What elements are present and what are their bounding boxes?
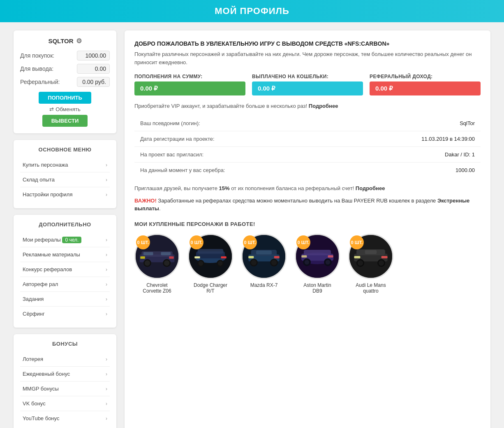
user-card: SQLTOR ⚙ Для покупок: 1000.00 Для вывода… — [14, 30, 116, 133]
svg-point-38 — [326, 260, 330, 264]
stats-row: ПОПОЛНЕНИЯ НА СУММУ: 0.00 ₽ ВЫПЛАЧЕНО НА… — [134, 74, 481, 95]
page-title: МОЙ ПРОФИЛЬ — [215, 6, 289, 16]
chevron-icon: › — [106, 356, 107, 362]
svg-rect-19 — [194, 256, 200, 258]
car-name-aston: Aston MartinDB9 — [303, 282, 331, 294]
withdraw-button[interactable]: ВЫВЕСТИ — [42, 115, 88, 127]
svg-rect-14 — [198, 249, 223, 254]
profile-row-date: Дата регистрации на проекте: 11.03.2019 … — [134, 131, 481, 147]
car-badge-corvette: 0 ШТ. — [136, 235, 150, 249]
svg-rect-29 — [274, 256, 280, 258]
menu-item-tasks[interactable]: Задания › — [20, 292, 110, 307]
car-name-mazda: Mazda RX-7 — [250, 282, 278, 288]
car-badge-audi: 0 ШТ. — [350, 235, 364, 249]
chevron-icon: › — [106, 177, 107, 183]
car-badge-aston: 0 ШТ. — [296, 235, 310, 249]
gear-icon[interactable]: ⚙ — [76, 37, 82, 45]
menu-item-vk[interactable]: VK бонус › — [20, 396, 110, 411]
stat-topup-label: ПОПОЛНЕНИЯ НА СУММУ: — [134, 74, 245, 79]
topup-button[interactable]: ПОПОЛНИТЬ — [39, 92, 91, 104]
balance-withdraw-label: Для вывода: — [20, 65, 53, 72]
profile-table: Ваш псевдоним (логин): SqlTor Дата регис… — [134, 116, 481, 178]
menu-item-referrals[interactable]: Мои рефералы 0 чел. › — [20, 233, 110, 247]
chevron-icon: › — [106, 162, 107, 168]
username-label: SQLTOR — [48, 37, 73, 44]
car-item-corvette[interactable]: 0 ШТ. ChevroletCorvette Z06 — [134, 234, 180, 294]
svg-rect-30 — [256, 250, 272, 254]
stat-topup: ПОПОЛНЕНИЯ НА СУММУ: 0.00 ₽ — [134, 74, 245, 95]
exchange-button[interactable]: ⇄ Обменять — [49, 106, 80, 112]
balance-withdraw-row: Для вывода: 0.00 — [20, 64, 110, 74]
menu-item-buy[interactable]: Купить персонажа › — [20, 158, 110, 172]
vip-link[interactable]: Подробнее — [309, 103, 338, 109]
page-header: МОЙ ПРОФИЛЬ — [0, 0, 504, 22]
svg-point-6 — [164, 260, 169, 265]
chevron-icon: › — [106, 296, 107, 302]
stat-ref-label: РЕФЕРАЛЬНЫЙ ДОХОД: — [370, 74, 481, 79]
menu-item-youtube[interactable]: YouTube бонус › — [20, 411, 110, 426]
stat-paid: ВЫПЛАЧЕНО НА КОШЕЛЬКИ: 0.00 ₽ — [252, 74, 363, 95]
stat-paid-value: 0.00 ₽ — [252, 81, 363, 95]
svg-point-18 — [218, 261, 222, 265]
welcome-title: ДОБРО ПОЖАЛОВАТЬ В УВЛЕКАТЕЛЬНУЮ ИГРУ С … — [134, 40, 481, 47]
chevron-icon: › — [106, 401, 107, 407]
main-content: ДОБРО ПОЖАЛОВАТЬ В УВЛЕКАТЕЛЬНУЮ ИГРУ С … — [125, 30, 490, 428]
svg-rect-28 — [248, 256, 254, 258]
page-body: SQLTOR ⚙ Для покупок: 1000.00 Для вывода… — [9, 30, 495, 428]
stat-ref: РЕФЕРАЛЬНЫЙ ДОХОД: 0.00 ₽ — [370, 74, 481, 95]
svg-rect-34 — [304, 249, 331, 255]
vip-text: Приобретайте VIP аккаунт, и зарабатывайт… — [134, 103, 481, 109]
chevron-icon: › — [106, 416, 107, 421]
svg-rect-39 — [301, 255, 307, 258]
car-badge-dodge: 0 ШТ. — [190, 235, 203, 249]
svg-rect-8 — [161, 252, 171, 255]
menu-item-settings[interactable]: Настройки профиля › — [20, 187, 110, 202]
menu-item-autoreferral[interactable]: Авторефе рал › — [20, 277, 110, 292]
profile-row-nickname: Ваш псевдоним (логин): SqlTor — [134, 116, 481, 131]
car-name-audi: Audi Le Mansquattro — [356, 282, 386, 294]
menu-item-contest[interactable]: Конкурс рефералов › — [20, 262, 110, 277]
main-menu-title: ОСНОВНОЕ МЕНЮ — [20, 147, 110, 153]
car-item-aston[interactable]: 0 ШТ. Aston MartinDB9 — [295, 234, 340, 294]
svg-point-45 — [358, 260, 363, 265]
important-text: ВАЖНО! Заработанные на рефералах средств… — [134, 197, 481, 213]
chevron-icon: › — [106, 192, 107, 198]
car-item-audi[interactable]: 0 ШТ. Audi Le Mansquattro — [348, 234, 393, 294]
ref-details-link[interactable]: Подробнее — [356, 185, 385, 191]
referral-text: Приглашая друзей, вы получаете 15% от их… — [134, 184, 481, 193]
main-menu-card: ОСНОВНОЕ МЕНЮ Купить персонажа › Склад о… — [14, 140, 116, 208]
menu-item-daily-bonus[interactable]: Ежедневный бонус › — [20, 367, 110, 381]
svg-point-25 — [251, 260, 257, 265]
car-badge-mazda: 0 ШТ. — [243, 235, 257, 249]
svg-rect-20 — [221, 256, 227, 258]
stat-ref-value: 0.00 ₽ — [370, 81, 481, 95]
cars-grid: 0 ШТ. ChevroletCorvette Z06 — [134, 234, 481, 294]
chevron-icon: › — [106, 386, 107, 392]
chevron-icon: › — [106, 281, 107, 287]
user-header: SQLTOR ⚙ — [20, 37, 110, 45]
car-item-mazda[interactable]: 0 ШТ. Mazda RX-7 — [241, 234, 287, 294]
bonus-menu-card: БОНУСЫ Лотерея › Ежедневный бонус › MMGP… — [14, 334, 116, 428]
chevron-icon: › — [106, 252, 107, 258]
profile-row-silver: На данный момент у вас серебра: 1000.00 — [134, 163, 481, 178]
exchange-icon: ⇄ — [49, 106, 54, 112]
bonus-menu-list: Лотерея › Ежедневный бонус › MMGP бонусы… — [20, 352, 110, 426]
balance-purchase-value: 1000.00 — [77, 51, 110, 60]
svg-rect-48 — [354, 256, 360, 258]
menu-item-lottery[interactable]: Лотерея › — [20, 352, 110, 367]
menu-item-ads[interactable]: Рекламные материалы › — [20, 247, 110, 262]
svg-point-36 — [305, 260, 309, 264]
car-item-dodge[interactable]: 0 ШТ. Dodge ChargerR/T — [188, 234, 233, 294]
svg-rect-40 — [328, 255, 333, 258]
svg-rect-50 — [365, 250, 377, 254]
svg-rect-49 — [381, 256, 388, 258]
menu-item-mmgp[interactable]: MMGP бонусы › — [20, 381, 110, 396]
menu-item-surfing[interactable]: Сёрфинг › — [20, 307, 110, 321]
menu-item-warehouse[interactable]: Склад опыта › — [20, 172, 110, 187]
cars-section-title: МОИ КУПЛЕННЫЕ ПЕРСОНАЖИ В РАБОТЕ! — [134, 221, 481, 227]
extra-menu-list: Мои рефералы 0 чел. › Рекламные материал… — [20, 233, 110, 321]
extra-menu-card: ДОПОЛНИТЕЛЬНО Мои рефералы 0 чел. › Рекл… — [14, 215, 116, 328]
svg-point-16 — [199, 261, 203, 265]
svg-rect-9 — [140, 256, 145, 259]
chevron-icon: › — [106, 311, 107, 317]
